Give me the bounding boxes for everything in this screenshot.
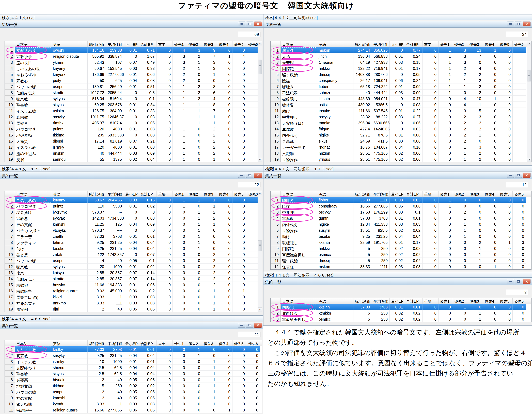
row-number-cell[interactable]: 5 [271,71,281,77]
column-header[interactable]: 重要 [157,340,173,346]
row-number-cell[interactable]: 7 [5,83,15,90]
column-header[interactable]: 優先5 [498,298,513,304]
close-button[interactable]: × [523,173,531,178]
scroll-up-icon[interactable]: ▲ [258,41,262,46]
row-number-cell[interactable]: 4 [271,215,281,221]
row-number-cell[interactable]: 11 [5,258,15,264]
table-row[interactable]: 12真宗教snsyky1011.7512646.87500.08011100 [5,114,262,120]
row-number-cell[interactable]: 9 [5,96,15,102]
row-number-cell[interactable]: 5 [5,371,15,377]
row-number-cell[interactable]: 3 [271,316,281,322]
minimize-button[interactable] [238,323,245,328]
result-count-field[interactable]: 3 [506,290,528,295]
row-number-cell[interactable]: 10 [5,251,15,258]
table-row[interactable]: 1嘘吐きfibber33.3311110.030.030100000 [271,197,531,203]
column-header[interactable]: 優先3 [202,340,217,346]
table-row[interactable]: 7パウロの嘘usnpul130.81256.490.010.51012800 [5,83,262,90]
table-row[interactable]: 10驚天動地kytndt3.331110.030.030001000 [5,401,262,407]
restore-button[interactable] [246,173,253,178]
row-number-cell[interactable]: 15 [5,282,15,288]
restore-button[interactable] [515,173,522,178]
row-number-cell[interactable]: 14 [5,126,15,132]
column-header[interactable]: 統計評価 [353,41,372,47]
table-row[interactable]: 5神の支配kmnshi11.251250.040.09001100 [5,221,262,227]
column-header[interactable] [271,298,281,304]
column-header[interactable]: 日本語 [281,191,317,197]
table-row[interactable]: 13天安艦（日）tnankn396.046600.66600.06002200 [271,120,531,126]
column-header[interactable]: 重要 [422,298,438,304]
caption-bar[interactable]: 集約一覧 × [0,20,263,28]
row-number-cell[interactable]: 11 [5,108,15,114]
column-header[interactable]: 重要 [422,41,438,47]
row-number-cell[interactable]: 1 [5,346,15,352]
column-header[interactable]: 統計評価 [353,298,372,304]
table-row[interactable]: 10嘘体質ustist430.925386.500.08004100 [271,102,531,108]
caption-bar[interactable]: 集約一覧 × [264,278,532,285]
column-header[interactable]: 合計EP [139,340,157,346]
table-row[interactable]: 16宗教紛争religion quarrel9.0245.0990.060.20… [5,288,262,294]
vertical-scrollbar[interactable]: ▲ ▼ [527,41,531,162]
table-row[interactable]: 1無責任msknn274.14356.02500.770131310 [271,47,531,53]
row-number-cell[interactable]: 1 [5,47,15,53]
column-header[interactable]: 優先4 [483,298,498,304]
column-header[interactable]: 優先3 [202,41,217,47]
table-row[interactable]: 1キリスト教krstky37.0337030.010.010010000 [5,346,262,352]
window-title-bar[interactable]: 検索[４４１文__司法犯罪.sea] [264,14,532,20]
row-number-cell[interactable]: 4 [5,215,15,221]
scroll-thumb[interactable] [258,240,262,251]
row-number-cell[interactable]: 1 [5,197,15,203]
table-row[interactable]: 10軍産議会押しosmicc52500.020.020001000 [271,251,531,258]
table-row[interactable]: 7助けtasuke9.25231.250.040.040010000 [271,233,531,239]
row-number-cell[interactable]: 19 [271,156,281,162]
row-number-cell[interactable]: 5 [5,221,15,227]
column-header[interactable]: 最小EP [124,41,139,47]
row-number-cell[interactable]: 7 [271,233,281,239]
column-header[interactable]: 英語 [51,41,88,47]
table-row[interactable]: 8司法犯罪shhnzi40444.4440.030.09010200 [271,90,531,96]
row-number-cell[interactable]: 12 [271,114,281,120]
row-number-cell[interactable]: 1 [271,304,281,310]
column-header[interactable] [5,41,15,47]
row-number-cell[interactable]: 11 [271,258,281,264]
column-header[interactable]: 優先1 [173,191,187,197]
row-number-cell[interactable]: 14 [271,126,281,132]
table-row[interactable]: 13霊導きrimtbk405.378107.400.05011100 [5,120,262,126]
table-row[interactable]: 8ファティマfatima9.25231.250.040.04001000 [5,239,262,245]
caption-bar[interactable]: 集約一覧 × [0,322,263,329]
column-header[interactable]: 日本語 [15,191,51,197]
column-header[interactable]: 優先1 [173,340,187,346]
table-row[interactable]: 11パウロの嘘usnpul4400.050.1000200 [5,258,262,264]
column-header[interactable]: 合計EP [139,41,157,47]
column-header[interactable]: 優先3 [468,191,483,197]
row-number-cell[interactable]: 4 [271,65,281,71]
restore-button[interactable] [246,22,253,27]
column-header[interactable]: 優先2 [453,191,468,197]
row-number-cell[interactable]: 10 [271,251,281,258]
table-row[interactable]: 12無責任msknn33.3311110.030.030000100 [271,264,531,270]
restore-button[interactable] [515,279,522,284]
column-header[interactable]: 合計EP [405,41,422,47]
result-count-field[interactable]: 69 [238,32,260,37]
row-number-cell[interactable]: 6 [271,77,281,83]
row-number-cell[interactable]: 17 [5,294,15,300]
window-title-bar[interactable]: 検索[４４１文.sea] [0,14,263,20]
row-number-cell[interactable]: 8 [5,239,15,245]
window-title-bar[interactable]: 検索[４４１文__１７３.sea] [0,166,263,172]
row-number-cell[interactable]: 15 [5,132,15,138]
table-row[interactable]: 2人治jinchi136.04566.8330.010.24013700 [271,53,531,59]
column-header[interactable]: 優先3 [202,191,217,197]
column-header[interactable]: 優先4 [483,41,498,47]
table-row[interactable]: 7アラー善znallh37.0337030.010.01001000 [5,233,262,239]
table-row[interactable]: 6必要悪htyuak2400.050.050001000 [5,377,262,383]
row-number-cell[interactable]: 8 [271,239,281,245]
row-number-cell[interactable]: 2 [5,53,15,59]
scroll-thumb[interactable] [527,71,531,82]
table-row[interactable]: 4この世あの世knyany50.67153.5450.030.33021300 [5,65,262,71]
close-button[interactable]: × [254,173,262,178]
column-header[interactable]: 平均評価 [106,191,124,197]
column-header[interactable]: 優先1 [173,41,187,47]
table-row[interactable]: 2北向け金ktmkkn52500.020.020001000 [271,310,531,316]
table-row[interactable]: 3霊の役目ykmnri52.431070.070.49031300 [5,59,262,65]
table-row[interactable]: 3イスラム教isrmky1010000.010.010001000 [5,359,262,365]
column-header[interactable]: 日本語 [15,340,51,346]
